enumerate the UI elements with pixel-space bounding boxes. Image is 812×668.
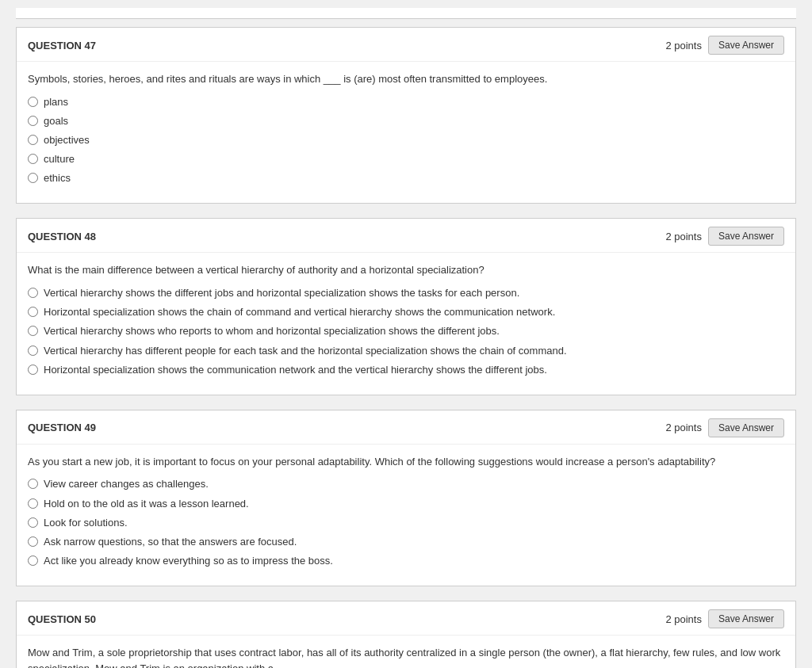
save-answer-button-q49[interactable]: Save Answer xyxy=(708,418,784,437)
option-label-q47-3: culture xyxy=(44,152,75,166)
option-label-q47-0: plans xyxy=(44,95,68,109)
points-badge-q49: 2 points xyxy=(665,422,702,433)
question-block-q47: QUESTION 472 pointsSave AnswerSymbols, s… xyxy=(16,27,796,204)
radio-q49-0[interactable] xyxy=(28,479,38,489)
question-text-q48: What is the main difference between a ve… xyxy=(28,262,784,278)
points-badge-q47: 2 points xyxy=(665,40,702,52)
option-label-q47-4: ethics xyxy=(44,171,71,185)
option-label-q48-0: Vertical hierarchy shows the different j… xyxy=(44,286,519,300)
option-label-q47-2: objectives xyxy=(44,133,90,147)
radio-q48-3[interactable] xyxy=(28,345,38,356)
radio-q47-3[interactable] xyxy=(28,154,38,164)
option-row-q47-1: goals xyxy=(28,114,784,128)
option-row-q47-4: ethics xyxy=(28,171,784,185)
question-header-q47: QUESTION 472 pointsSave Answer xyxy=(17,28,795,62)
radio-q49-1[interactable] xyxy=(28,498,38,509)
question-body-q47: Symbols, stories, heroes, and rites and … xyxy=(17,62,795,203)
option-row-q48-1: Horizontal specialization shows the chai… xyxy=(28,305,784,319)
top-bar xyxy=(16,8,796,19)
points-badge-q48: 2 points xyxy=(665,231,702,242)
option-row-q49-0: View career changes as challenges. xyxy=(28,477,784,491)
radio-q48-4[interactable] xyxy=(28,365,38,375)
option-row-q47-2: objectives xyxy=(28,133,784,147)
question-header-right-q47: 2 pointsSave Answer xyxy=(665,36,784,55)
questions-container: QUESTION 472 pointsSave AnswerSymbols, s… xyxy=(16,27,796,668)
radio-q48-1[interactable] xyxy=(28,307,38,317)
question-header-right-q50: 2 pointsSave Answer xyxy=(665,609,784,628)
radio-q47-0[interactable] xyxy=(28,97,38,107)
question-text-q49: As you start a new job, it is important … xyxy=(28,454,784,470)
page-container: QUESTION 472 pointsSave AnswerSymbols, s… xyxy=(0,0,812,668)
option-row-q49-3: Ask narrow questions, so that the answer… xyxy=(28,535,784,549)
option-row-q48-2: Vertical hierarchy shows who reports to … xyxy=(28,324,784,338)
question-block-q48: QUESTION 482 pointsSave AnswerWhat is th… xyxy=(16,218,796,395)
option-label-q49-1: Hold on to the old as it was a lesson le… xyxy=(44,497,249,511)
question-body-q50: Mow and Trim, a sole proprietorship that… xyxy=(17,636,795,668)
radio-q47-4[interactable] xyxy=(28,173,38,183)
question-text-q50: Mow and Trim, a sole proprietorship that… xyxy=(28,645,784,668)
radio-q47-2[interactable] xyxy=(28,135,38,145)
save-answer-button-q48[interactable]: Save Answer xyxy=(708,227,784,246)
option-label-q47-1: goals xyxy=(44,114,68,128)
save-answer-button-q47[interactable]: Save Answer xyxy=(708,36,784,55)
option-label-q48-1: Horizontal specialization shows the chai… xyxy=(44,305,555,319)
question-number-q47: QUESTION 47 xyxy=(28,40,96,52)
question-header-right-q49: 2 pointsSave Answer xyxy=(665,418,784,437)
question-number-q48: QUESTION 48 xyxy=(28,231,96,242)
option-row-q47-3: culture xyxy=(28,152,784,166)
radio-q49-3[interactable] xyxy=(28,536,38,547)
option-row-q49-4: Act like you already know everything so … xyxy=(28,554,784,568)
option-label-q49-4: Act like you already know everything so … xyxy=(44,554,333,568)
option-label-q48-4: Horizontal specialization shows the comm… xyxy=(44,363,547,377)
option-row-q48-0: Vertical hierarchy shows the different j… xyxy=(28,286,784,300)
question-number-q50: QUESTION 50 xyxy=(28,613,96,625)
option-row-q49-2: Look for solutions. xyxy=(28,516,784,530)
option-label-q48-3: Vertical hierarchy has different people … xyxy=(44,344,567,358)
option-label-q49-2: Look for solutions. xyxy=(44,516,128,530)
question-header-q48: QUESTION 482 pointsSave Answer xyxy=(17,219,795,253)
option-row-q47-0: plans xyxy=(28,95,784,109)
question-header-q50: QUESTION 502 pointsSave Answer xyxy=(17,601,795,636)
points-badge-q50: 2 points xyxy=(665,613,702,625)
question-block-q50: QUESTION 502 pointsSave AnswerMow and Tr… xyxy=(16,601,796,668)
question-header-q49: QUESTION 492 pointsSave Answer xyxy=(17,410,795,445)
radio-q47-1[interactable] xyxy=(28,116,38,126)
option-label-q49-0: View career changes as challenges. xyxy=(44,477,209,491)
question-number-q49: QUESTION 49 xyxy=(28,422,96,433)
question-body-q49: As you start a new job, it is important … xyxy=(17,445,795,586)
option-row-q48-3: Vertical hierarchy has different people … xyxy=(28,344,784,358)
question-block-q49: QUESTION 492 pointsSave AnswerAs you sta… xyxy=(16,410,796,586)
save-answer-button-q50[interactable]: Save Answer xyxy=(708,609,784,628)
option-row-q48-4: Horizontal specialization shows the comm… xyxy=(28,363,784,377)
option-label-q49-3: Ask narrow questions, so that the answer… xyxy=(44,535,297,549)
radio-q49-2[interactable] xyxy=(28,517,38,528)
option-label-q48-2: Vertical hierarchy shows who reports to … xyxy=(44,324,500,338)
radio-q48-0[interactable] xyxy=(28,288,38,298)
question-text-q47: Symbols, stories, heroes, and rites and … xyxy=(28,71,784,87)
option-row-q49-1: Hold on to the old as it was a lesson le… xyxy=(28,497,784,511)
question-header-right-q48: 2 pointsSave Answer xyxy=(665,227,784,246)
radio-q48-2[interactable] xyxy=(28,326,38,336)
radio-q49-4[interactable] xyxy=(28,555,38,566)
question-body-q48: What is the main difference between a ve… xyxy=(17,253,795,394)
